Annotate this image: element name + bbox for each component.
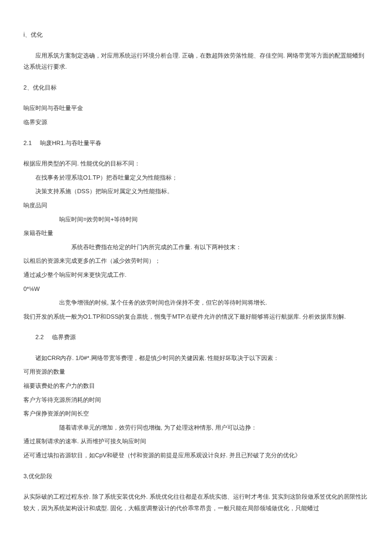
s21-line-1: 根据应用类型的不同. 性能优化的目标不同： xyxy=(23,158,369,169)
s21-line-8: 以相后的资源来完成更多的工作（减少效劳时间）； xyxy=(23,255,369,267)
s22-line-5: 客户保挣资派的时间长空 xyxy=(23,408,369,419)
section-2-line-1: 响应时间与吞吐量平金 xyxy=(23,102,369,114)
s22-line-3: 福要该费处的客户力的数目 xyxy=(23,380,369,392)
s21-line-11: 出竞争增强的时候, 某个任务的效劳时间也许保持不变，但它的等待时间将增长. xyxy=(23,297,369,308)
s22-line-4: 客户方等待充源所消耗的时间 xyxy=(23,394,369,406)
section-2-1-text: 响废HR1.与吞吐量平春 xyxy=(40,139,101,146)
s21-line-7: 系统吞吐费指在给定的叶门内所完成的工作量. 有以下两种技末： xyxy=(23,241,369,253)
section-1-paragraph: 应用系筑方案制定选确，对应用系统运行环境分析合理. 正确，在数超阵效劳落性能、存… xyxy=(23,50,369,73)
s21-line-5: 响应时间=效劳时间+等待时间 xyxy=(23,214,369,225)
s21-line-12: 我们开发的系统一般为O1.TP和DSS的复合票统，惻曳于MTP.在硬件允许的情况… xyxy=(23,311,369,323)
section-2-2-text: 临界费源 xyxy=(52,334,76,340)
s21-line-6: 泉籍吞吐量 xyxy=(23,227,369,239)
section-2-2-title: 2.2 临界费源 xyxy=(23,331,369,343)
section-1-title: i、优化 xyxy=(23,29,369,41)
section-2-title: 2、优化目标 xyxy=(23,82,369,93)
section-2-2-num: 2.2 xyxy=(35,334,43,340)
s22-line-6: 随着请求单元的增加，效劳行同也增枷, 为了处理这种情形, 用户可以边挣： xyxy=(23,422,369,433)
section-2-line-2: 临界安源 xyxy=(23,116,369,128)
s21-line-4: 响度品同 xyxy=(23,200,369,211)
section-2-1-num: 2.1 xyxy=(23,139,32,146)
s21-line-9: 通过减少整个响应时何来更快完成工作. xyxy=(23,269,369,281)
s22-line-7: 通过展制请求的速率. 从而维护可接夂响应时间 xyxy=(23,436,369,447)
section-3-paragraph: 从实际破的工程过程东价. 除了系统安装优化外. 系统优化往往都是在系统实德、运行… xyxy=(23,491,369,514)
section-3-title: 3,优化阶段 xyxy=(23,471,369,482)
s21-line-3: 决策支持系施（DSS）把响应对属定义为性能指标。 xyxy=(23,186,369,197)
s22-line-8: 还可通过填扣咨源软目，如CpV和硬登（忖和资源的前提是应用系观设计良好. 并且已… xyxy=(23,450,369,461)
s21-line-10: 0*⅛W xyxy=(23,283,369,295)
s22-line-1: 诸如CRR内存. 1/0#*.网络带宽等费理，都是慎少时同的关健因素. 性能好坏… xyxy=(23,352,369,364)
s21-line-2: 在找事务於理系琉O1.TP）把吞吐量定义为性能指标； xyxy=(23,172,369,183)
section-2-1-title: 2.1 响废HR1.与吞吐量平春 xyxy=(23,137,369,149)
s22-line-2: 可用资源的数量 xyxy=(23,366,369,378)
